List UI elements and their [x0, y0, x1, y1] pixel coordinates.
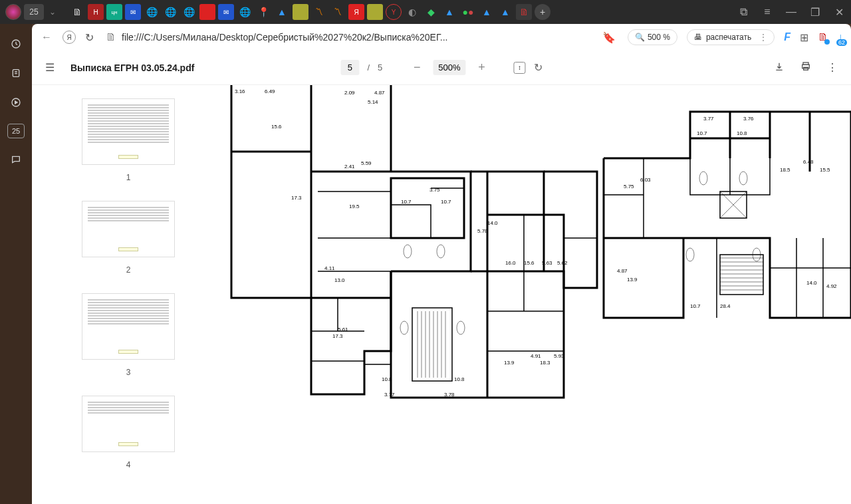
tab-item[interactable]: 🌐	[237, 4, 253, 20]
zoom-value: 500 %	[648, 33, 670, 42]
tab-item[interactable]: ◆	[423, 4, 439, 20]
svg-text:10.7: 10.7	[441, 199, 451, 205]
pdf-page-view[interactable]: 6.49 3.16 2.09 5.14 4.87 2.41 5.59 17.3 …	[225, 85, 851, 504]
tab-item[interactable]: ▲	[479, 4, 495, 20]
zoom-in-button[interactable]: +	[474, 61, 490, 74]
svg-text:3.75: 3.75	[429, 187, 440, 193]
fit-page-button[interactable]: ↕	[514, 62, 526, 74]
tab-item[interactable]: Y	[386, 4, 402, 20]
tab-item[interactable]	[199, 4, 215, 20]
thumbnail-number: 1	[126, 173, 131, 182]
svg-text:5.14: 5.14	[368, 99, 378, 105]
tab-item[interactable]: 🌐	[181, 4, 197, 20]
sidebar-tab-count[interactable]: 25	[7, 124, 25, 138]
print-pdf-button[interactable]	[800, 61, 811, 74]
pen-icon[interactable]: F	[784, 31, 790, 43]
svg-text:5.61: 5.61	[338, 326, 348, 332]
tab-item[interactable]: 📍	[255, 4, 271, 20]
svg-text:4.87: 4.87	[374, 90, 385, 96]
tab-item[interactable]: ✉	[125, 4, 141, 20]
sidebar-notes-icon[interactable]	[8, 65, 24, 81]
rotate-button[interactable]: ↻	[534, 61, 543, 74]
tab-item[interactable]: цн	[106, 4, 122, 20]
svg-text:19.5: 19.5	[349, 203, 360, 209]
kebab-icon[interactable]: ⋮	[759, 33, 767, 42]
page-total: 5	[378, 63, 382, 72]
os-sidebar: 25	[0, 24, 32, 504]
tab-item[interactable]: 🌐	[162, 4, 178, 20]
tab-item[interactable]: ●●	[460, 4, 476, 20]
svg-text:18.3: 18.3	[540, 360, 550, 366]
svg-rect-6	[412, 308, 452, 381]
tab-item[interactable]: Я	[348, 4, 364, 20]
sidebar-clock-icon[interactable]	[8, 36, 24, 52]
svg-text:5.93: 5.93	[554, 353, 564, 359]
download-count: 62	[836, 39, 847, 46]
close-button[interactable]: ✕	[832, 6, 846, 19]
page-input[interactable]	[340, 60, 359, 75]
tab-item[interactable]: ▲	[497, 4, 513, 20]
back-button[interactable]: ←	[40, 31, 53, 43]
svg-rect-7	[720, 255, 763, 295]
tab-item[interactable]	[293, 4, 308, 20]
thumbnail-sidebar[interactable]: 1 2 3 4	[32, 85, 225, 504]
new-tab-button[interactable]: +	[535, 4, 550, 20]
tab-item[interactable]: ▲	[274, 4, 290, 20]
magnifier-icon: 🔍	[635, 33, 645, 42]
profile-avatar[interactable]	[5, 4, 21, 20]
print-label: распечатать	[706, 33, 751, 42]
svg-text:14.0: 14.0	[487, 220, 498, 226]
floorplan-drawing: 6.49 3.16 2.09 5.14 4.87 2.41 5.59 17.3 …	[225, 85, 851, 504]
zoom-indicator[interactable]: 🔍 500 %	[628, 29, 677, 45]
svg-text:5.62: 5.62	[557, 260, 568, 266]
pdf-status-icon[interactable]: 🗎	[818, 31, 828, 43]
page-thumbnail[interactable]	[82, 396, 175, 452]
url-bar[interactable]: 🗎 file:///C:/Users/Милана/Desktop/Серебр…	[103, 27, 618, 47]
download-button[interactable]	[774, 61, 785, 74]
svg-text:4.91: 4.91	[531, 353, 541, 359]
tab-item[interactable]: 🗎	[69, 4, 85, 20]
page-thumbnail[interactable]	[82, 98, 175, 165]
yandex-home-icon[interactable]: Я	[62, 31, 76, 44]
printer-icon: 🖶	[694, 33, 702, 42]
zoom-out-button[interactable]: −	[409, 61, 425, 74]
sidebar-play-icon[interactable]	[8, 94, 24, 110]
tab-item[interactable]: ✉	[218, 4, 234, 20]
sidebar-toggle-icon[interactable]: ☰	[45, 61, 55, 74]
svg-text:4.87: 4.87	[617, 268, 628, 274]
svg-text:28.4: 28.4	[720, 303, 731, 309]
page-thumbnail[interactable]	[82, 201, 175, 257]
svg-text:15.6: 15.6	[524, 260, 535, 266]
svg-text:5.78: 5.78	[477, 228, 488, 234]
tab-item[interactable]: H	[88, 4, 104, 20]
tab-item[interactable]: 〽	[311, 4, 327, 20]
minimize-button[interactable]: —	[785, 6, 798, 19]
svg-point-16	[457, 321, 465, 334]
svg-text:13.0: 13.0	[334, 277, 345, 283]
tab-item-active[interactable]: 🗎	[516, 4, 532, 20]
tab-count[interactable]: 25	[24, 4, 44, 20]
tab-item[interactable]: 〽	[330, 4, 346, 20]
browser-toolbar: ← Я ↻ 🗎 file:///C:/Users/Милана/Desktop/…	[32, 24, 851, 51]
maximize-button[interactable]: ❐	[808, 6, 822, 19]
page-thumbnail[interactable]	[82, 293, 175, 360]
zoom-level[interactable]: 500%	[433, 60, 465, 75]
sidebar-chat-icon[interactable]	[8, 152, 24, 168]
menu-icon[interactable]: ≡	[761, 6, 774, 19]
downloads-icon[interactable]: ↓ 62	[838, 31, 843, 43]
svg-point-9	[699, 172, 707, 185]
extensions-icon[interactable]: ⊞	[800, 31, 808, 44]
reload-button[interactable]: ↻	[85, 31, 94, 44]
print-button[interactable]: 🖶 распечатать ⋮	[687, 29, 775, 45]
svg-text:2.41: 2.41	[344, 164, 355, 170]
tab-item[interactable]	[367, 4, 383, 20]
tab-item[interactable]: 🌐	[144, 4, 160, 20]
file-protocol-icon: 🗎	[106, 31, 116, 43]
more-menu-button[interactable]: ⋮	[827, 61, 838, 74]
bookmark-icon[interactable]: 🔖	[602, 31, 616, 44]
tab-item[interactable]: ▲	[441, 4, 457, 20]
tab-item[interactable]: ◐	[404, 4, 420, 20]
tab-dropdown-icon[interactable]: ⌄	[47, 7, 59, 17]
overlay-icon[interactable]: ⧉	[737, 6, 750, 19]
svg-text:3.77: 3.77	[384, 392, 395, 398]
